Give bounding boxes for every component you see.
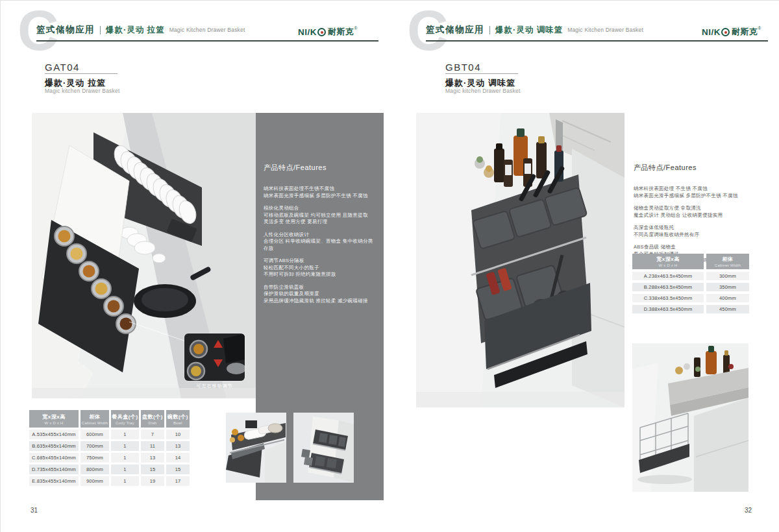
features-title: 产品特点/Features [264, 163, 377, 173]
inset-detail-illustration [184, 333, 245, 381]
table-row: B.288x463.5x450mm 350mm [632, 283, 749, 291]
table-row: C.685x455x140mm 750mm 1 13 14 [29, 453, 190, 463]
left-header-title-cn: 爆款·灵动 拉篮 [106, 25, 165, 36]
right-main-product-photo [416, 113, 624, 407]
right-page-number: 32 [745, 507, 752, 514]
right-header-title-cn: 爆款·灵动 调味篮 [495, 25, 563, 36]
table-row: E.835x455x140mm 900mm 1 19 17 [29, 476, 190, 486]
features-title: 产品特点/Features [634, 163, 758, 173]
registered-mark: ® [354, 26, 358, 30]
logo-target-icon [317, 28, 326, 36]
logo-latin-text: NI/K [298, 27, 317, 37]
left-spec-table: 宽x深x高W x D x H 柜体Cabinet Width 餐具盒(个)Cut… [29, 410, 190, 488]
left-product-code-rule [45, 73, 117, 74]
registered-mark: ® [758, 26, 761, 30]
right-bottom-photo [632, 343, 748, 492]
right-page-header: 篮式储物应用 爆款·灵动 调味篮 Magic Kitchen Drawer Ba… [426, 24, 643, 36]
left-product-name-en: Magic kitchen Drawer Basket [45, 88, 119, 94]
feature-group: 纳米科技表面处理 不生锈 不腐蚀 纳米表面光滑手感细腻 多层防护不生锈 不腐蚀 [634, 186, 758, 199]
feature-group: 纳米科技表面处理不生锈不腐蚀 纳米表面光滑手感细腻 多层防护不生锈 不腐蚀 [264, 186, 377, 199]
logo-target-icon [721, 28, 730, 36]
feature-group: 模块化灵动组合 可移动底板及碗碟架 均可独立使用 且随意提取 灵活多变 使用方便… [264, 205, 377, 226]
feature-group: 储物盒灵动提取方便 拿取清洗 魔盒式设计 灵动组合 让收纳更便捷实用 [634, 205, 758, 219]
right-product-name-en: Magic kitchen Drawer Basket [445, 88, 520, 94]
left-thumb-photo-1 [226, 413, 286, 483]
countertop-basket-illustration [632, 343, 748, 492]
left-header-rule [36, 40, 378, 42]
thumb-illustration-1 [226, 413, 286, 483]
left-thumb-photo-2 [293, 413, 354, 483]
table-row: A.535x455x140mm 600mm 1 7 10 [29, 429, 190, 439]
left-header-title-en: Magic Kitchen Drawer Basket [169, 27, 245, 33]
table-row: D.388x463.5x450mm 450mm [632, 305, 749, 313]
logo-latin-text: NI/K [702, 27, 721, 37]
brand-logo-right: NI/K 耐斯克 ® [702, 27, 761, 38]
left-page-header: 篮式储物应用 爆款·灵动 拉篮 Magic Kitchen Drawer Bas… [36, 24, 245, 36]
right-spec-table: 宽x深x高W x D x H 柜体Cabinet Width A.238x463… [632, 254, 749, 316]
left-features: 产品特点/Features 纳米科技表面处理不生锈不腐蚀 纳米表面光滑手感细腻 … [264, 163, 377, 310]
left-page-number: 31 [31, 507, 38, 514]
right-header-title-en: Magic Kitchen Drawer Basket [567, 27, 643, 33]
table-row: B.635x455x140mm 700mm 1 11 13 [29, 441, 190, 451]
brand-logo-left: NI/K 耐斯克 ® [298, 27, 357, 38]
feature-group: 人性化分区收纳设计 合理分区 科学收纳碗碟架、置物盒 集中收纳分类存放 [264, 232, 377, 252]
table-row: A.238x463.5x450mm 300mm [632, 272, 749, 280]
table-row: C.338x463.5x450mm 400mm [632, 294, 749, 302]
catalog-spread: C 篮式储物应用 爆款·灵动 拉篮 Magic Kitchen Drawer B… [0, 0, 779, 532]
left-header-category: 篮式储物应用 [36, 24, 95, 36]
logo-cn-text: 耐斯克 [732, 27, 758, 38]
feature-group: 自带防尘滑轨盖板 保护滑轨的载重及顺滑度 采用品牌缓冲隐藏滑轨 推拉轻柔 减少碗… [264, 284, 377, 305]
table-header-row: 宽x深x高W x D x H 柜体Cabinet Width 餐具盒(个)Cut… [29, 410, 190, 428]
feature-group: 可调节ABS分隔板 轻松匹配不同大小的瓶子 不用时可拆卸 拒绝约束随意摆放 [264, 258, 377, 278]
header-divider [100, 26, 101, 34]
spice-basket-illustration [416, 113, 624, 407]
header-divider [489, 26, 490, 34]
right-header-rule [426, 40, 768, 42]
right-product-code: GBT04 [445, 62, 481, 73]
table-row: D.735x455x140mm 800mm 1 15 15 [29, 465, 190, 474]
feature-group: 高深盒体低矮瓶托 不同高度调味瓶收纳井然有序 [634, 224, 758, 238]
left-inset-caption: 可左右移动调节 [184, 383, 245, 389]
thumb-illustration-2 [293, 413, 354, 483]
left-product-code: GAT04 [45, 62, 80, 73]
right-product-code-rule [445, 73, 518, 74]
left-inset-photo [184, 333, 245, 381]
right-header-category: 篮式储物应用 [426, 24, 484, 36]
logo-cn-text: 耐斯克 [328, 27, 354, 38]
table-header-row: 宽x深x高W x D x H 柜体Cabinet Width [632, 254, 749, 269]
